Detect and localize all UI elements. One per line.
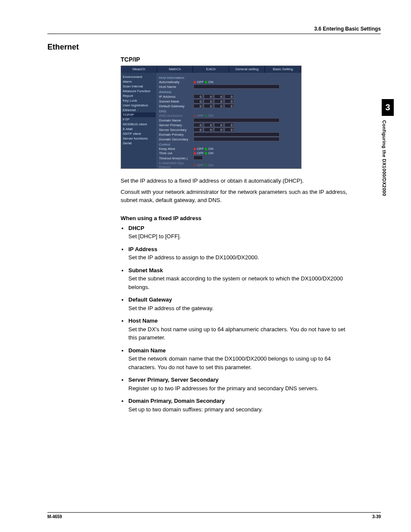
group-dns: DNS bbox=[159, 109, 299, 113]
sidebar-item[interactable]: Serial bbox=[122, 141, 156, 146]
desc: Set [DHCP] to [OFF]. bbox=[128, 233, 181, 240]
desc: Set the subnet mask according to the sys… bbox=[128, 275, 343, 290]
sidebar-item[interactable]: Alarm bbox=[122, 79, 156, 84]
tab-extch[interactable]: ExtCh bbox=[193, 66, 229, 73]
group-address: Address bbox=[159, 90, 299, 94]
input-subnet[interactable]: 0000 bbox=[193, 99, 235, 103]
input-srvpri[interactable]: 0000 bbox=[193, 123, 235, 127]
desc: Set up to two domain suffixes: primary a… bbox=[128, 406, 263, 413]
footer-right: 3-39 bbox=[372, 514, 381, 519]
list-item: Server Primary, Server SecondaryRegister… bbox=[121, 376, 355, 392]
desc: Set the DX's host name using up to 64 al… bbox=[128, 326, 345, 341]
when-heading: When using a fixed IP address bbox=[121, 215, 381, 221]
radio-timeout[interactable]: OFF ON bbox=[193, 151, 213, 155]
term: IP Address bbox=[128, 245, 355, 254]
subsection-title: TCP/IP bbox=[121, 56, 381, 63]
input-dompri[interactable] bbox=[193, 132, 280, 137]
list-item: Domain NameSet the network domain name t… bbox=[121, 346, 355, 372]
list-item: Default GatewaySet the IP address of the… bbox=[121, 296, 355, 312]
input-domain[interactable] bbox=[193, 118, 280, 122]
lbl-subnet: Subnet Mask bbox=[159, 100, 193, 103]
chapter-tab: 3 Configuring the DX1000/DX2000 bbox=[382, 99, 394, 196]
input-gateway[interactable]: 0000 bbox=[193, 104, 235, 108]
config-screenshot: MeasCh MathCh ExtCh General setting Basi… bbox=[121, 65, 302, 169]
page-footer: M-4659 3-39 bbox=[47, 512, 381, 519]
lbl-timeout: Time out bbox=[159, 151, 193, 155]
radio-apptimeout: OFF ON bbox=[193, 163, 213, 167]
screenshot-main: Host Information AutomaticallyOFF ON Hos… bbox=[156, 73, 301, 168]
sidebar-item[interactable]: Measure Function bbox=[122, 89, 156, 93]
input-domsec[interactable] bbox=[193, 137, 280, 141]
footer-left: M-4659 bbox=[47, 514, 62, 519]
input-hostname[interactable] bbox=[193, 84, 280, 89]
lbl-domain: Domain Name bbox=[159, 118, 193, 122]
list-item: DHCPSet [DHCP] to [OFF]. bbox=[121, 224, 355, 241]
lbl-domsec: Domain Secondary bbox=[159, 137, 193, 141]
sidebar-item[interactable]: MODBUS client bbox=[122, 122, 156, 127]
lbl-gateway: Default Gateway bbox=[159, 104, 193, 108]
header-breadcrumb: 3.6 Entering Basic Settings bbox=[47, 26, 381, 34]
input-timeouttime[interactable] bbox=[193, 156, 204, 161]
term: Subnet Mask bbox=[128, 266, 355, 275]
radio-off-on[interactable]: OFF ON bbox=[193, 80, 213, 84]
sidebar-item[interactable]: E-Mail bbox=[122, 127, 156, 131]
section-title: Ethernet bbox=[47, 43, 381, 52]
screenshot-tabs: MeasCh MathCh ExtCh General setting Basi… bbox=[121, 66, 301, 73]
group-control: Control bbox=[159, 143, 299, 146]
bullet-list: DHCPSet [DHCP] to [OFF]. IP AddressSet t… bbox=[121, 224, 355, 414]
lbl-dompri: Domain Primary bbox=[159, 133, 193, 137]
chapter-title: Configuring the DX1000/DX2000 bbox=[382, 116, 387, 196]
tab-general[interactable]: General setting bbox=[229, 66, 265, 73]
input-srvsec[interactable]: 0000 bbox=[193, 128, 235, 132]
radio-dns: OFF ON bbox=[193, 114, 213, 118]
list-item: IP AddressSet the IP address to assign t… bbox=[121, 245, 355, 262]
lbl-ip: IP Address bbox=[159, 95, 193, 99]
group-hostinfo: Host Information bbox=[159, 76, 299, 80]
intro-p1: Set the IP address to a fixed IP address… bbox=[121, 177, 355, 185]
lbl-timeouttime: Timeout time(min.) bbox=[159, 156, 193, 160]
list-item: Domain Primary, Domain SecondarySet up t… bbox=[121, 397, 355, 414]
sidebar-item[interactable]: Scan Interval bbox=[122, 84, 156, 89]
tab-mathch[interactable]: MathCh bbox=[157, 66, 193, 73]
term: Domain Primary, Domain Secondary bbox=[128, 397, 355, 405]
term: Host Name bbox=[128, 317, 355, 325]
sidebar-item[interactable]: Ethernet bbox=[122, 108, 156, 112]
desc: Register up to two IP addresses for the … bbox=[128, 385, 318, 392]
sidebar-item[interactable]: Key Lock bbox=[122, 98, 156, 103]
lbl-dnsacc: DNS accession bbox=[159, 114, 193, 118]
term: Default Gateway bbox=[128, 296, 355, 304]
lbl-srvsec: Server Secondary bbox=[159, 128, 193, 132]
sidebar-item[interactable]: Environment bbox=[122, 75, 156, 79]
sidebar-item[interactable]: FTP bbox=[122, 117, 156, 122]
term: DHCP bbox=[128, 224, 355, 233]
list-item: Host NameSet the DX's host name using up… bbox=[121, 317, 355, 342]
lbl-keepalive: Keep Alive bbox=[159, 147, 193, 151]
screenshot-sidebar: Environment Alarm Scan Interval Measure … bbox=[121, 73, 156, 168]
desc: Set the IP address to assign to the DX10… bbox=[128, 254, 259, 261]
intro-text: Set the IP address to a fixed IP address… bbox=[121, 177, 355, 205]
lbl-srvpri: Server Primary bbox=[159, 123, 193, 127]
sidebar-item[interactable]: Report bbox=[122, 93, 156, 98]
tab-basic[interactable]: Basic Setting bbox=[265, 66, 301, 73]
sidebar-item-tcpip[interactable]: TCP/IP bbox=[122, 112, 156, 117]
chapter-number: 3 bbox=[382, 99, 394, 116]
sidebar-item[interactable]: SNTP client bbox=[122, 131, 156, 136]
input-ip[interactable]: 0000 bbox=[193, 94, 235, 99]
lbl-auto: Automatically bbox=[159, 80, 193, 84]
lbl-apptimeout: E-Mail/Web App. timeout bbox=[159, 161, 193, 169]
term: Server Primary, Server Secondary bbox=[128, 376, 355, 384]
sidebar-item[interactable]: Server functions bbox=[122, 136, 156, 141]
radio-keepalive[interactable]: OFF ON bbox=[193, 147, 213, 151]
intro-p2: Consult with your network administrator … bbox=[121, 188, 355, 205]
desc: Set the network domain name that the DX1… bbox=[128, 355, 331, 370]
term: Domain Name bbox=[128, 346, 355, 355]
sidebar-item[interactable]: User registration bbox=[122, 103, 156, 108]
desc: Set the IP address of the gateway. bbox=[128, 305, 214, 311]
tab-measch[interactable]: MeasCh bbox=[121, 66, 157, 73]
list-item: Subnet MaskSet the subnet mask according… bbox=[121, 266, 355, 292]
lbl-hostname: Host Name bbox=[159, 85, 193, 89]
